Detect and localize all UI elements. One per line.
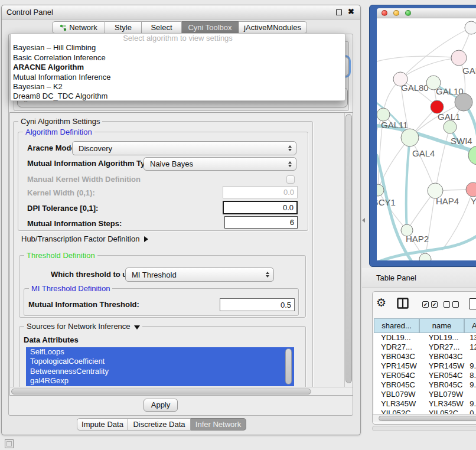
combo-stepper-icon	[266, 272, 269, 278]
column-label: name	[432, 321, 452, 330]
close-window-icon[interactable]	[382, 10, 387, 16]
which-threshold-combo[interactable]: MI Threshold	[125, 268, 274, 282]
table-row[interactable]: YDR27... YDR27... 12	[374, 343, 476, 352]
attribute-list-item[interactable]: BetweennessCentrality	[26, 367, 294, 376]
attribute-list-item[interactable]: SelfLoops	[26, 347, 294, 357]
cell-value: 13	[470, 333, 476, 343]
checked-box-icon[interactable]: ✔	[422, 301, 429, 308]
table-row[interactable]: YBR045C YBR045C 9.	[374, 380, 476, 390]
dropdown-placeholder-item[interactable]: Select algorithm to view settings	[11, 34, 345, 43]
tab-select[interactable]: Select	[142, 21, 182, 34]
dock-panel-icon[interactable]	[5, 439, 14, 448]
tab-infer-network[interactable]: Infer Network	[191, 418, 246, 431]
tab-style[interactable]: Style	[105, 21, 142, 34]
unchecked-box-icon[interactable]	[444, 301, 450, 308]
mi-threshold-input[interactable]: 0.5	[220, 298, 295, 311]
minimize-window-icon[interactable]	[393, 10, 399, 16]
gear-icon[interactable]: ⚙	[376, 296, 386, 309]
tab-jactivemnodules[interactable]: jActiveMNodules	[239, 21, 307, 34]
cell-name: YDL19...	[429, 333, 468, 343]
tab-impute-data[interactable]: Impute Data	[77, 418, 128, 431]
attribute-list-item[interactable]: TopologicalCoefficient	[26, 357, 294, 366]
splitter-handle-icon[interactable]	[362, 218, 365, 223]
checked-box-icon[interactable]: ✔	[431, 301, 438, 308]
aracne-mode-value: Discovery	[79, 144, 112, 153]
table-row[interactable]: YBR043C YBR043C	[374, 352, 476, 361]
network-node[interactable]	[455, 93, 472, 111]
close-panel-icon[interactable]: ✖	[348, 7, 354, 16]
cell-name: YBR045C	[429, 380, 468, 390]
settings-vscrollbar[interactable]	[344, 113, 353, 387]
network-node-label: SWI4	[451, 136, 472, 146]
tab-discretize-data[interactable]: Discretize Data	[128, 418, 191, 431]
vscroll-thumb[interactable]	[345, 114, 352, 383]
network-node[interactable]	[444, 120, 457, 133]
dropdown-item[interactable]: Mutual Information Inference	[11, 73, 345, 82]
mi-steps-input[interactable]: 6	[224, 216, 298, 229]
network-window-titlebar[interactable]	[377, 8, 476, 18]
sources-title-label: Sources for Network Inference	[27, 322, 131, 331]
network-canvas[interactable]: GALGAL80GAL10GAL1GAL11SWI4GAL4GCY1HAP4YH…	[377, 18, 476, 260]
dpi-tolerance-input[interactable]: 0.0	[223, 201, 298, 214]
network-node[interactable]	[465, 21, 476, 34]
list-vscroll-thumb[interactable]	[285, 348, 292, 384]
table-row[interactable]: YER054C YER054C 8.	[374, 371, 476, 380]
attribute-list-item[interactable]: gal4RGexp	[26, 376, 294, 386]
table-hscroll-thumb[interactable]	[379, 416, 476, 421]
table-row[interactable]: YIL052C YIL052C 0.	[374, 409, 476, 414]
settings-hscrollbar[interactable]	[10, 387, 353, 395]
float-panel-icon[interactable]	[336, 9, 342, 15]
network-node[interactable]	[377, 108, 390, 121]
network-node[interactable]	[401, 129, 419, 146]
unchecked-box-icon[interactable]	[452, 301, 459, 308]
data-attributes-list[interactable]: SelfLoopsTopologicalCoefficientBetweenne…	[26, 347, 294, 386]
which-threshold-value: MI Threshold	[132, 270, 177, 279]
hscroll-thumb[interactable]	[11, 389, 311, 394]
network-node[interactable]	[419, 253, 431, 260]
network-node-label: GAL80	[401, 83, 429, 93]
network-node[interactable]	[466, 182, 476, 197]
table-hscrollbar[interactable]	[373, 414, 476, 422]
group-title: MI Threshold Definition	[29, 284, 112, 293]
page-icon[interactable]	[469, 298, 476, 309]
table-row[interactable]: YDL19... YDL19... 13	[374, 333, 476, 343]
network-node-label: GAL1	[438, 112, 460, 122]
combo-stepper-icon	[288, 145, 292, 151]
split-columns-icon[interactable]	[397, 298, 409, 311]
table-row[interactable]: YBL079W YBL079W	[374, 390, 476, 399]
cell-value: 9.	[470, 380, 476, 390]
network-edge[interactable]	[406, 138, 410, 230]
table-panel-bottom-strip	[372, 426, 476, 431]
network-edge[interactable]	[377, 155, 414, 260]
tab-cyni-toolbox[interactable]: Cyni Toolbox	[182, 21, 239, 34]
network-edge[interactable]	[377, 56, 459, 61]
zoom-window-icon[interactable]	[405, 10, 411, 16]
table-row[interactable]: YLR345W YLR345W 9.	[374, 399, 476, 409]
dropdown-item[interactable]: Bayesian – K2	[11, 82, 345, 92]
kernel-width-input[interactable]: 0.0	[223, 186, 298, 198]
dropdown-item[interactable]: Dream8 DC_TDC Algorithm	[11, 92, 345, 101]
manual-kernel-label: Manual Kernel Width Definition	[27, 175, 141, 184]
network-edge[interactable]	[400, 58, 459, 79]
dropdown-item[interactable]: Bayesian – Hill Climbing	[11, 43, 345, 53]
aracne-mode-combo[interactable]: Discovery	[72, 141, 296, 155]
sources-group-title[interactable]: Sources for Network Inference	[24, 322, 142, 331]
dropdown-item[interactable]: Basic Correlation Inference	[11, 53, 345, 63]
column-header-partial[interactable]: A	[464, 318, 476, 333]
dropdown-item[interactable]: ARACNE Algorithm	[11, 63, 345, 72]
table-row[interactable]: YPR145W YPR145W 9.	[374, 361, 476, 371]
column-header-shared-name[interactable]: shared...	[374, 318, 419, 333]
hub-definition-toggle[interactable]: Hub/Transcription Factor Definition	[21, 234, 148, 243]
mi-type-combo[interactable]: Naive Bayes	[144, 157, 296, 171]
table-panel-header[interactable]: Table Panel	[362, 268, 476, 288]
column-header-name[interactable]: name	[419, 318, 464, 333]
mi-threshold-value: 0.5	[281, 301, 291, 309]
group-title: Threshold Definition	[24, 251, 97, 260]
tab-network[interactable]: Network	[52, 21, 105, 34]
manual-kernel-checkbox[interactable]	[286, 175, 295, 184]
panel-title: Control Panel	[6, 8, 53, 17]
apply-button[interactable]: Apply	[144, 399, 178, 412]
network-edge[interactable]	[435, 127, 450, 191]
network-node[interactable]	[451, 50, 467, 66]
control-panel-titlebar[interactable]: Control Panel ✖	[2, 5, 360, 19]
